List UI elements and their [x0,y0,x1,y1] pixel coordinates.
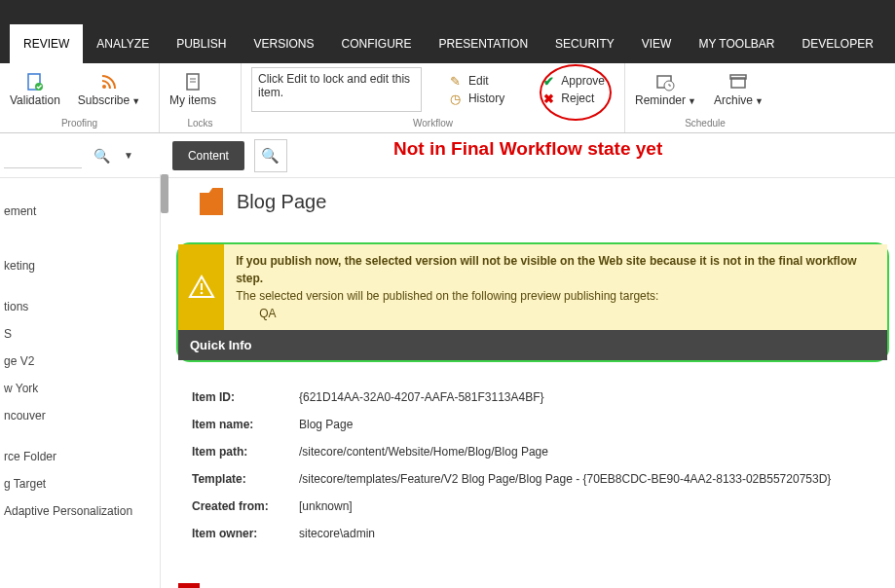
info-row: Item owner:sitecore\admin [192,520,889,547]
tab-analyze[interactable]: ANALYZE [83,24,163,63]
tree-item[interactable] [0,184,160,198]
tree-item[interactable]: rce Folder [0,443,160,470]
reminder-label: Reminder▼ [635,93,696,107]
content-tab[interactable]: Content [172,141,244,170]
info-val: sitecore\admin [299,527,375,540]
svg-point-2 [102,85,106,89]
info-row: Item name:Blog Page [192,411,889,438]
tab-security[interactable]: SECURITY [541,24,628,63]
history-label: History [468,92,504,105]
tab-presentation[interactable]: PRESENTATION [426,24,542,63]
tree-item[interactable] [0,279,160,293]
quick-info-table: Item ID:{621D14AA-32A0-4207-AAFA-581F311… [192,384,889,547]
info-key: Item path: [192,445,299,459]
archive-icon [728,72,748,92]
content-area: Blog Page If you publish now, the select… [161,174,895,588]
workflow-message: Click Edit to lock and edit this item. [251,67,422,112]
svg-point-11 [200,292,203,295]
quick-info-header[interactable]: Quick Info [178,330,887,360]
tab-developer[interactable]: DEVELOPER [788,24,886,63]
info-row: Created from:[unknown] [192,493,889,520]
edit-link[interactable]: ✎ Edit [449,74,504,88]
gutter-indicator [178,583,200,588]
subscribe-button[interactable]: Subscribe▼ [78,72,140,107]
ribbon: Validation Subscribe▼ Proofing My items … [0,63,895,133]
tab-review[interactable]: REVIEW [10,24,83,63]
archive-label: Archive▼ [714,93,764,107]
tree-item[interactable]: Adaptive Personalization [0,497,160,525]
tab-configure[interactable]: CONFIGURE [328,24,426,63]
tree-item[interactable]: w York [0,375,160,402]
info-key: Template: [192,472,299,486]
warning-target: QA [259,305,876,322]
group-proofing-label: Proofing [0,116,159,132]
tab-versions[interactable]: VERSIONS [241,24,328,63]
page-title-row: Blog Page [200,188,889,215]
tree-item[interactable]: ge V2 [0,348,160,375]
tab-publish[interactable]: PUBLISH [163,24,240,63]
rss-icon [99,72,119,92]
window-topbar [0,0,895,24]
cross-icon: ✖ [541,92,555,105]
tree-panel[interactable]: ement keting tions S ge V2 w York ncouve… [0,174,161,588]
approve-label: Approve [561,74,605,88]
check-icon: ✔ [541,74,555,88]
tree-item[interactable]: S [0,320,160,348]
group-locks-label: Locks [160,116,241,132]
info-val: /sitecore/content/Website/Home/Blog/Blog… [299,445,548,459]
tree-item[interactable] [0,429,160,443]
tree-item[interactable] [0,239,160,252]
info-val: Blog Page [299,418,353,431]
approve-link[interactable]: ✔ Approve [541,74,605,88]
pencil-icon: ✎ [449,74,463,88]
group-workflow-label: Workflow [242,116,624,132]
tree-item[interactable]: g Target [0,470,160,497]
warning-line2: The selected version will be published o… [236,287,876,305]
tree-item[interactable]: ncouver [0,402,160,429]
validation-icon [25,72,45,92]
info-row: Template:/sitecore/templates/Feature/V2 … [192,465,889,493]
tree-item[interactable]: tions [0,293,160,320]
info-val: {621D14AA-32A0-4207-AAFA-581F3113A4BF} [299,390,544,404]
info-row: Item ID:{621D14AA-32A0-4207-AAFA-581F311… [192,384,889,411]
tree-item[interactable] [0,225,160,239]
page-icon [200,188,223,215]
edit-label: Edit [468,74,489,88]
search-icon[interactable]: 🔍 [93,148,110,164]
warning-bar: If you publish now, the selected version… [178,244,887,330]
subscribe-label: Subscribe▼ [78,93,140,107]
tab-view[interactable]: VIEW [628,24,686,63]
myitems-button[interactable]: My items [169,72,216,107]
svg-rect-9 [730,75,746,79]
tree-item[interactable]: keting [0,252,160,279]
reject-link[interactable]: ✖ Reject [541,92,605,105]
reminder-button[interactable]: Reminder▼ [635,72,696,107]
page-title: Blog Page [237,191,326,213]
validation-button[interactable]: Validation [10,72,60,107]
calendar-clock-icon [655,72,675,92]
document-icon [183,72,203,92]
tree-scrollbar[interactable] [161,174,168,213]
tree-search-input[interactable] [4,143,82,168]
info-val: /sitecore/templates/Feature/V2 Blog Page… [299,472,831,486]
search-dropdown[interactable]: ▼ [124,150,133,161]
clock-icon: ◷ [449,92,463,105]
tree-item[interactable]: ement [0,198,160,225]
info-key: Item owner: [192,527,299,540]
info-key: Created from: [192,499,299,513]
history-link[interactable]: ◷ History [449,92,504,105]
annotation-text: Not in Final Workflow state yet [393,138,662,160]
validation-label: Validation [10,93,60,107]
archive-button[interactable]: Archive▼ [714,72,764,107]
warning-icon [178,244,224,330]
content-search-button[interactable]: 🔍 [254,139,287,172]
group-schedule-label: Schedule [625,116,785,132]
tab-mytoolbar[interactable]: MY TOOLBAR [685,24,788,63]
info-row: Item path:/sitecore/content/Website/Home… [192,438,889,465]
warning-highlight: If you publish now, the selected version… [176,242,889,362]
info-key: Item ID: [192,390,299,404]
info-key: Item name: [192,418,299,431]
ribbon-tabstrip: REVIEW ANALYZE PUBLISH VERSIONS CONFIGUR… [0,24,895,63]
warning-line1: If you publish now, the selected version… [236,252,876,287]
reject-label: Reject [561,92,594,105]
